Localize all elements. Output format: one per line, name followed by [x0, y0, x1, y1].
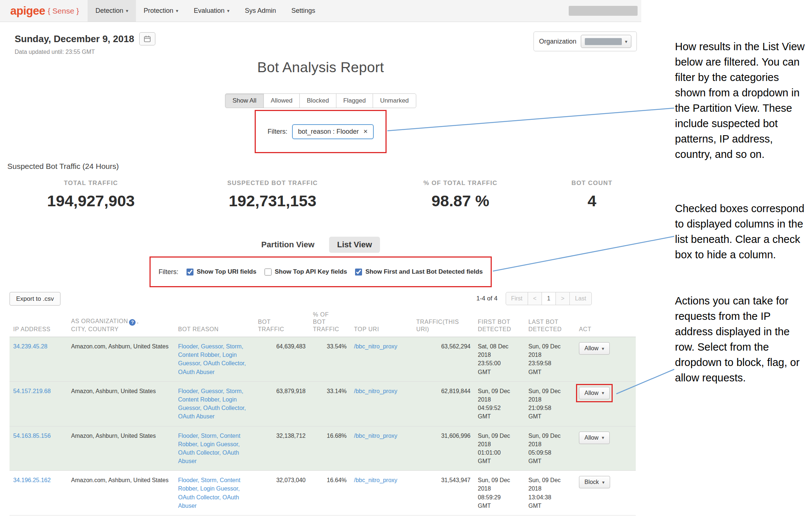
stat-label: SUSPECTED BOT TRAFFIC	[172, 180, 373, 187]
caret-down-icon: ▾	[602, 435, 604, 440]
tab-partition-view[interactable]: Partition View	[261, 240, 314, 249]
top-uri-link[interactable]: /bbc_nitro_proxy	[354, 477, 397, 483]
stat-value: 192,731,153	[172, 192, 373, 210]
tab-blocked[interactable]: Blocked	[299, 93, 336, 108]
pagination-buttons: First < 1 > Last	[506, 292, 592, 305]
bot-reason-links[interactable]: Flooder, Storm, Content Robber, Login Gu…	[178, 433, 240, 465]
act-cell: Allow▾	[575, 381, 636, 426]
pagination-next[interactable]: >	[556, 292, 570, 305]
action-dropdown[interactable]: Allow▾	[579, 387, 610, 399]
nav-label: Detection	[95, 7, 123, 15]
col-header-top-uri: TOP URI	[350, 309, 413, 337]
pagination-first[interactable]: First	[506, 292, 528, 305]
col-header-pct-bot-traffic: % OF BOT TRAFFIC	[309, 309, 350, 337]
status-tabs-row: Show All Allowed Blocked Flagged Unmarke…	[0, 93, 641, 108]
checkbox-show-top-uri-input[interactable]	[187, 269, 193, 276]
action-dropdown[interactable]: Allow▾	[579, 432, 610, 444]
apigee-sense-logo[interactable]: apigee { Sense }	[0, 0, 82, 22]
as-organization-cell: Amazon.com, Ashburn, United States	[67, 471, 174, 515]
bot-reason-links[interactable]: Flooder, Guessor, Storm, Content Robber,…	[178, 343, 246, 375]
first-bot-detected-cell: Sat, 08 Dec 2018 23:55:00 GMT	[474, 337, 525, 382]
bot-traffic-cell: 63,879,918	[254, 381, 309, 426]
tab-flagged[interactable]: Flagged	[336, 93, 373, 108]
top-uri-link[interactable]: /bbc_nitro_proxy	[354, 433, 397, 439]
nav-item-protection[interactable]: Protection▾	[136, 0, 186, 22]
bot-reason-cell: Flooder, Storm, Content Robber, Login Gu…	[174, 471, 254, 515]
date-row: Sunday, December 9, 2018	[15, 32, 155, 45]
main-nav: Detection▾ Protection▾ Evaluation▾ Sys A…	[88, 0, 323, 22]
redacted-organization-value	[585, 38, 622, 45]
last-bot-detected-cell: Sun, 09 Dec 2018 05:09:58 GMT	[525, 426, 575, 471]
stat-total-traffic: TOTAL TRAFFIC 194,927,903	[10, 180, 172, 210]
nav-item-sys-admin[interactable]: Sys Admin	[237, 0, 284, 22]
filter-tag-bot-reason[interactable]: bot_reason : Flooder ✕	[292, 124, 374, 139]
top-uri-link[interactable]: /bbc_nitro_proxy	[354, 388, 397, 394]
filter-tag-text: bot_reason : Flooder	[298, 128, 359, 136]
checkbox-show-top-api-key[interactable]: Show Top API Key fields	[265, 268, 347, 276]
ip-address-link[interactable]: 34.196.25.162	[13, 477, 51, 483]
organization-dropdown[interactable]: ▾	[581, 35, 631, 48]
act-cell: Allow▾	[575, 337, 636, 382]
ip-address-link[interactable]: 34.239.45.28	[13, 343, 47, 350]
export-csv-button[interactable]: Export to .csv	[10, 292, 60, 306]
col-header-act: ACT	[575, 309, 636, 337]
uri-traffic-cell: 62,819,844	[413, 381, 474, 426]
help-icon[interactable]: ?	[129, 319, 136, 326]
checkbox-label: Show Top URI fields	[197, 268, 256, 276]
col-header-ip: IP ADDRESS	[10, 309, 67, 337]
checkbox-show-first-last-detected-input[interactable]	[355, 269, 362, 276]
pagination-prev[interactable]: <	[528, 292, 542, 305]
stat-label: % OF TOTAL TRAFFIC	[373, 180, 548, 187]
column-filters-label: Filters:	[159, 268, 178, 276]
tab-unmarked[interactable]: Unmarked	[373, 93, 416, 108]
report-date: Sunday, December 9, 2018	[15, 33, 134, 45]
caret-down-icon: ▾	[602, 390, 604, 396]
checkbox-show-first-last-detected[interactable]: Show First and Last Bot Detected fields	[355, 268, 483, 276]
data-updated-note: Data updated until: 23:55 GMT	[15, 49, 155, 55]
nav-item-detection[interactable]: Detection▾	[88, 0, 136, 22]
checkbox-show-top-api-key-input[interactable]	[265, 269, 272, 276]
redacted-user-email	[569, 6, 638, 16]
nav-item-settings[interactable]: Settings	[284, 0, 323, 22]
checkbox-label: Show First and Last Bot Detected fields	[365, 268, 483, 276]
bot-reason-cell: Flooder, Storm, Content Robber, Login Gu…	[174, 426, 254, 471]
uri-traffic-cell: 63,562,294	[413, 337, 474, 382]
act-cell: Allow▾	[575, 426, 636, 471]
nav-item-evaluation[interactable]: Evaluation▾	[186, 0, 237, 22]
ip-address-link[interactable]: 54.163.85.156	[13, 433, 51, 439]
as-organization-cell: Amazon.com, Ashburn, United States	[67, 337, 174, 382]
as-org-comma: ,	[137, 318, 139, 324]
calendar-button[interactable]	[139, 32, 155, 45]
col-header-bot-reason: BOT REASON	[174, 309, 254, 337]
col-header-as-organization: AS ORGANIZATION?,CITY, COUNTRY	[67, 309, 174, 337]
top-uri-link[interactable]: /bbc_nitro_proxy	[354, 343, 397, 350]
pagination-range: 1-4 of 4	[476, 295, 498, 302]
pagination-last[interactable]: Last	[569, 292, 591, 305]
caret-down-icon: ▾	[176, 8, 178, 14]
sense-wordmark: { Sense }	[48, 7, 79, 15]
tab-list-view[interactable]: List View	[329, 237, 380, 253]
uri-traffic-cell: 31,543,947	[413, 471, 474, 515]
bot-reason-links[interactable]: Flooder, Storm, Content Robber, Login Gu…	[178, 477, 240, 509]
annotation-line-filters	[387, 108, 674, 131]
table-header-row: IP ADDRESS AS ORGANIZATION?,CITY, COUNTR…	[10, 309, 636, 337]
page-title: Bot Analysis Report	[0, 59, 641, 75]
action-label: Block	[584, 479, 599, 485]
pct-bot-traffic-cell: 33.54%	[309, 337, 350, 382]
bot-list-table: IP ADDRESS AS ORGANIZATION?,CITY, COUNTR…	[10, 309, 636, 515]
remove-filter-icon[interactable]: ✕	[363, 128, 368, 135]
action-dropdown[interactable]: Block▾	[579, 476, 610, 488]
pagination-page-1[interactable]: 1	[542, 292, 556, 305]
nav-label: Protection	[144, 7, 173, 15]
action-dropdown[interactable]: Allow▾	[579, 342, 610, 355]
ip-address-link[interactable]: 54.157.219.68	[13, 388, 51, 394]
checkbox-show-top-uri[interactable]: Show Top URI fields	[187, 268, 256, 276]
tab-allowed[interactable]: Allowed	[263, 93, 300, 108]
bot-reason-links[interactable]: Flooder, Guessor, Storm, Content Robber,…	[178, 388, 246, 420]
tab-show-all[interactable]: Show All	[225, 93, 263, 108]
caret-down-icon: ▾	[227, 8, 230, 14]
bot-reason-cell: Flooder, Guessor, Storm, Content Robber,…	[174, 337, 254, 382]
action-label: Allow	[584, 435, 598, 441]
organization-label: Organization	[539, 38, 576, 45]
stat-value: 194,927,903	[10, 192, 172, 210]
